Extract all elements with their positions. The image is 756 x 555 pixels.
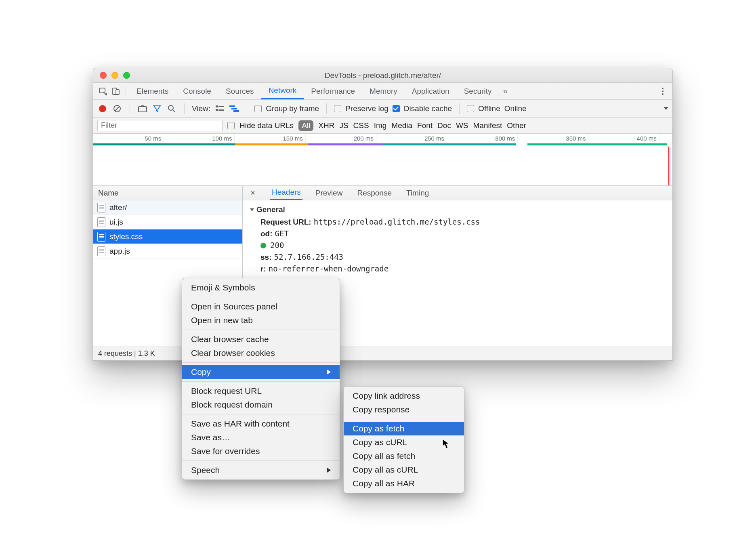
tick: 300 ms [447,134,518,143]
submenu-copy-as-fetch[interactable]: Copy as fetch [344,422,464,435]
menu-item-clear-cache[interactable]: Clear browser cache [182,332,340,346]
request-row[interactable]: after/ [93,200,242,215]
tab-elements[interactable]: Elements [129,83,176,99]
tab-console[interactable]: Console [176,83,218,99]
offline-checkbox[interactable] [467,105,474,112]
method-value: GET [275,229,289,238]
request-row[interactable]: ui.js [93,215,242,229]
minimize-window-button[interactable] [111,72,118,79]
columns-header: Name × Headers Preview Response Timing [93,186,672,200]
filter-type-ws[interactable]: WS [456,121,468,130]
filter-type-manifest[interactable]: Manifest [473,121,502,130]
toolbar-dropdown-icon[interactable] [664,107,668,110]
submenu-copy-link-address[interactable]: Copy link address [344,389,464,403]
tick: 400 ms [589,134,659,143]
tab-memory[interactable]: Memory [362,83,405,99]
request-name: app.js [109,247,130,256]
request-row[interactable]: app.js [93,244,242,259]
filter-type-all[interactable]: All [298,120,313,131]
detail-tab-headers[interactable]: Headers [270,186,302,200]
status-code-value: 200 [270,241,284,250]
hide-data-urls-checkbox[interactable] [227,122,235,129]
request-row[interactable]: styles.css [93,229,242,244]
filter-bar: Hide data URLs All XHR JS CSS Img Media … [93,118,672,134]
submenu-copy-all-as-fetch[interactable]: Copy all as fetch [344,449,464,463]
filter-type-xhr[interactable]: XHR [318,121,334,130]
status-bar: 4 requests | 1.3 K [93,347,672,360]
tick: 100 ms [164,134,235,143]
menu-item-block-url[interactable]: Block request URL [182,384,340,398]
disable-cache-checkbox[interactable] [393,105,400,112]
filter-type-media[interactable]: Media [391,121,412,130]
section-general: General [256,205,285,214]
zoom-window-button[interactable] [123,72,130,79]
filter-type-other[interactable]: Other [507,121,526,130]
filter-type-font[interactable]: Font [417,121,433,130]
separator [126,86,126,97]
separator [184,103,185,114]
disclosure-triangle-icon[interactable] [250,208,254,211]
svg-rect-15 [233,110,239,112]
tab-sources[interactable]: Sources [218,83,261,99]
search-icon[interactable] [166,103,177,114]
filter-type-css[interactable]: CSS [353,121,369,130]
menu-item-open-sources[interactable]: Open in Sources panel [182,300,340,313]
close-details-icon[interactable]: × [247,188,259,198]
waterfall-overview-icon[interactable] [229,103,239,114]
filter-input[interactable] [97,120,223,131]
filter-type-doc[interactable]: Doc [437,121,451,130]
request-name: ui.js [109,218,123,227]
offline-label: Offline [478,104,500,113]
device-toolbar-icon[interactable] [109,85,122,98]
tab-performance[interactable]: Performance [304,83,362,99]
menu-item-speech[interactable]: Speech [182,463,340,477]
menu-item-clear-cookies[interactable]: Clear browser cookies [182,346,340,360]
preserve-log-checkbox[interactable] [334,105,341,112]
tab-network[interactable]: Network [261,83,304,99]
name-column-header[interactable]: Name [93,186,243,200]
menu-item-save-as[interactable]: Save as… [182,431,340,444]
menu-separator [182,330,340,330]
svg-line-4 [115,106,120,111]
separator [247,103,247,114]
tick: 50 ms [93,134,164,143]
submenu-copy-response[interactable]: Copy response [344,403,464,416]
document-icon [97,246,105,256]
throttling-select[interactable]: Online [504,104,527,113]
preserve-log-label: Preserve log [345,104,388,113]
submenu-arrow-icon [327,468,331,473]
menu-item-save-har[interactable]: Save as HAR with content [182,417,340,431]
menu-item-block-domain[interactable]: Block request domain [182,398,340,412]
menu-item-copy[interactable]: Copy [182,365,340,379]
filter-type-img[interactable]: Img [374,121,387,130]
settings-menu-icon[interactable] [656,88,669,95]
detail-tab-timing[interactable]: Timing [405,186,430,200]
menu-item-open-new-tab[interactable]: Open in new tab [182,313,340,327]
inspect-element-icon[interactable] [97,85,109,98]
svg-rect-0 [99,88,105,93]
separator [459,103,460,114]
status-summary: 4 requests | 1.3 K [98,349,155,358]
detail-tab-response[interactable]: Response [355,186,393,200]
close-window-button[interactable] [100,72,107,79]
large-rows-icon[interactable] [214,103,225,114]
group-by-frame-checkbox[interactable] [254,105,262,112]
detail-tab-preview[interactable]: Preview [314,186,344,200]
menu-item-save-overrides[interactable]: Save for overrides [182,444,340,458]
tab-security[interactable]: Security [457,83,499,99]
timeline-overview[interactable]: 50 ms 100 ms 150 ms 200 ms 250 ms 300 ms… [93,134,672,186]
capture-screenshots-icon[interactable] [137,103,148,114]
submenu-copy-all-as-har[interactable]: Copy all as HAR [344,477,464,490]
request-name: styles.css [109,232,143,241]
menu-item-emoji-symbols[interactable]: Emoji & Symbols [182,281,340,294]
clear-icon[interactable] [112,103,122,114]
tab-application[interactable]: Application [405,83,457,99]
filter-icon[interactable] [152,103,162,114]
remote-address-label: ss: [260,253,271,261]
submenu-copy-all-as-curl[interactable]: Copy all as cURL [344,463,464,477]
overflow-tabs-icon[interactable]: » [499,85,512,98]
svg-rect-11 [216,109,218,111]
main-tabstrip: Elements Console Sources Network Perform… [93,83,672,100]
filter-type-js[interactable]: JS [339,121,348,130]
record-button[interactable] [97,103,108,114]
